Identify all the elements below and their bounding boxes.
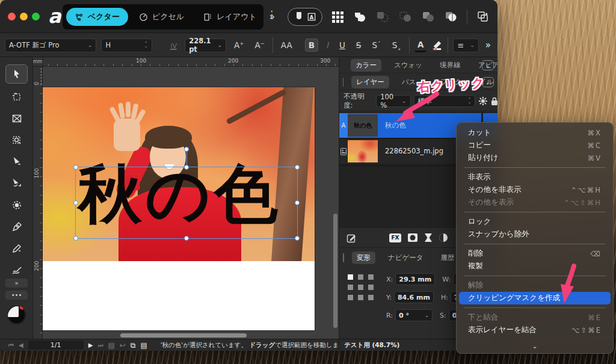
anchor-point-selector[interactable] [348,274,375,302]
x-field[interactable]: 29.3 mm [395,273,435,285]
fill-stroke-color-selector[interactable] [7,306,26,324]
subscript-button[interactable]: S¸ [389,39,404,51]
rotation-handle[interactable] [184,147,189,152]
bold-button[interactable]: B [305,39,318,52]
underline-button[interactable]: U [336,39,348,51]
typography-button[interactable]: AA [278,39,295,51]
affinity-logo: a [48,5,61,28]
persona-tab-layout[interactable]: レイアウト [195,8,265,26]
toolbar-divider [467,9,467,25]
s-label: S: [440,312,446,319]
vertical-type-button[interactable]: i̲V̲ [168,39,180,51]
persona-tab-vector[interactable]: ベクター [66,8,128,26]
boolean-divide-button[interactable] [444,10,458,23]
font-size-field[interactable]: 228.1 pt ⌄ [185,39,226,52]
tab-stroke[interactable]: 境界線 [435,59,466,72]
selection-handle[interactable] [295,165,300,170]
menu-item-copy[interactable]: コピー⌘C [459,139,611,152]
font-style-select[interactable]: H ⌃⌄ [101,39,152,52]
arrange-button[interactable] [476,10,490,23]
opacity-label: 不透明度: [343,92,373,110]
glyph-browser-toggle[interactable]: A [288,8,322,26]
tab-color[interactable]: カラー [351,59,381,72]
adjustment-layer-button[interactable] [424,233,433,242]
font-color-button[interactable]: A [414,39,427,52]
menu-scroll-indicator[interactable]: ⌄ [456,342,614,350]
gear-icon[interactable] [478,96,488,106]
first-page-button[interactable]: ⏮ [8,342,14,349]
selection-handle[interactable] [184,165,189,170]
close-window-button[interactable] [8,13,16,20]
increase-size-button[interactable]: A⁺ [231,39,247,51]
mask-layer-button[interactable] [407,233,418,242]
node-tool[interactable] [5,152,28,171]
last-page-button[interactable]: ⏭ [97,342,103,349]
next-page-button[interactable]: ▶ [88,342,93,348]
move-tool[interactable] [5,64,28,84]
menu-item-hide[interactable]: 非表示 [459,171,611,184]
document-page[interactable]: 秋の色 [43,87,315,330]
selection-handle[interactable] [295,200,300,205]
corner-tool[interactable] [5,174,28,193]
pages-view-button[interactable]: ▤ [108,341,114,350]
menu-item-cut[interactable]: カット⌘X [459,126,611,139]
vertical-scrollbar[interactable] [333,214,337,328]
toolbar-menu-button[interactable]: ⋮ [266,8,277,20]
minimize-window-button[interactable] [20,13,28,20]
decrease-size-button[interactable]: A⁻ [251,39,267,51]
frame-tool[interactable] [5,109,28,128]
edit-all-layers-icon[interactable] [346,233,357,243]
pen-tool[interactable] [5,217,28,236]
grid-toggle-button[interactable] [331,10,344,23]
selection-handle[interactable] [73,165,78,170]
tab-swatches[interactable]: スウォッ [389,59,427,72]
vector-brush-tool[interactable] [5,261,28,280]
italic-button[interactable]: I [323,39,331,51]
paragraph-align-select[interactable]: ≡ ⌄ [453,39,478,52]
boolean-subtract-button[interactable] [375,10,390,23]
layer-effects-button[interactable]: FX [389,233,401,242]
duplicate-view-button[interactable]: ⧉ [131,341,136,350]
selection-handle[interactable] [295,236,300,241]
tab-transform[interactable]: 変形 [352,251,375,264]
selection-brush-tool[interactable] [5,196,28,215]
superscript-button[interactable]: S˙ [369,39,384,51]
menu-item-exclude-from-snapping[interactable]: スナップから除外 [459,228,611,241]
list-view-button[interactable]: ▤ [140,341,147,350]
fontbar-overflow-button[interactable]: » [484,40,493,51]
marquee-tool[interactable] [5,131,28,150]
zoom-window-button[interactable] [32,13,40,20]
boolean-intersect-button[interactable] [398,10,413,23]
artboard-tool[interactable] [5,87,28,106]
tools-more-button[interactable]: ••• [5,291,28,300]
canvas-viewport[interactable]: mm 100 200 300 0 100 200 [33,57,339,339]
boolean-xor-button[interactable] [421,10,436,23]
highlight-pen-button[interactable] [431,39,443,51]
menu-item-delete[interactable]: 削除⌫ [459,247,611,260]
selection-handle[interactable] [73,236,78,241]
prev-page-button[interactable]: ◀ [19,342,23,348]
font-family-select[interactable]: A-OTF 新ゴ Pro ⌄ [5,39,96,52]
ruler-unit-corner[interactable]: mm [33,57,43,67]
persona-tab-pixel[interactable]: ピクセル [131,8,192,26]
pencil-tool[interactable] [5,239,28,258]
boolean-add-button[interactable] [353,10,367,23]
strikethrough-button[interactable]: S [353,39,365,51]
lock-icon[interactable] [491,97,497,106]
menu-item-merge-visible[interactable]: 表示レイヤーを結合⌥⇧⌘E [459,324,611,336]
page-indicator[interactable]: 1/1 [28,341,84,350]
collapse-panel-button[interactable]: ⌄ [482,60,494,70]
menu-item-hide-others[interactable]: その他を非表示⌃⌥⌘H [459,184,611,196]
sync-button[interactable]: ↩ [120,341,126,350]
selection-handle[interactable] [73,200,78,205]
menu-item-lock[interactable]: ロック [459,215,611,228]
menu-item-paste[interactable]: 貼り付け⌘V [459,152,611,164]
tab-navigator[interactable]: ナビゲータ [383,251,428,264]
r-field[interactable]: 0 °⌄ [395,309,433,321]
horizontal-scrollbar[interactable] [120,333,247,338]
selection-handle[interactable] [184,236,189,241]
y-field[interactable]: 84.6 mm [394,291,434,303]
live-filter-button[interactable] [439,233,448,242]
tools-expand-button[interactable]: » [5,279,28,288]
tab-layers[interactable]: レイヤー [351,76,389,88]
